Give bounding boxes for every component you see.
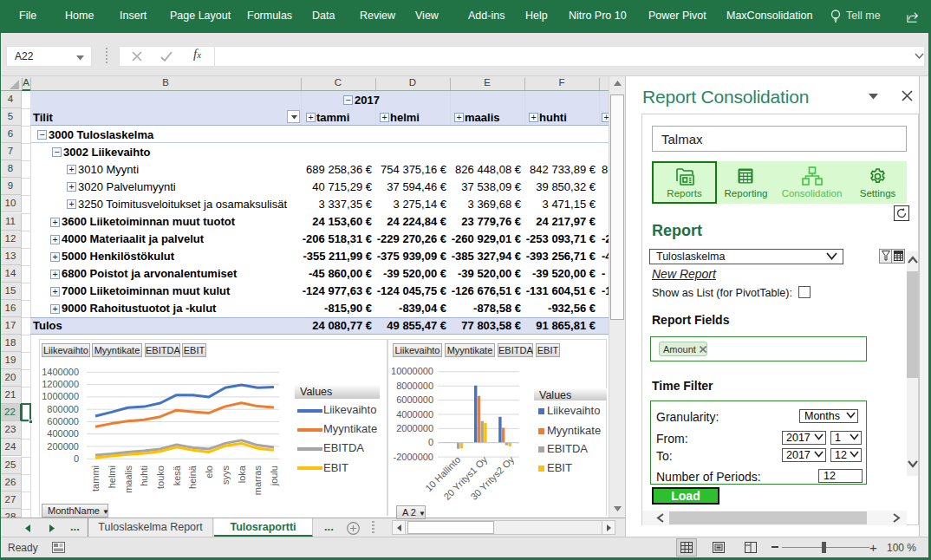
svg-text:helmi: helmi: [107, 466, 117, 488]
svg-text:maalis: maalis: [123, 466, 133, 493]
svg-text:heinä: heinä: [187, 465, 198, 489]
svg-text:touko: touko: [155, 466, 166, 489]
svg-text:elo: elo: [204, 466, 214, 479]
svg-text:tammi: tammi: [90, 466, 101, 492]
svg-text:marras: marras: [252, 466, 263, 496]
svg-text:syys: syys: [220, 466, 231, 485]
svg-text:kesä: kesä: [172, 465, 182, 485]
svg-text:joulu: joulu: [269, 466, 279, 486]
svg-text:huhti: huhti: [139, 466, 149, 486]
svg-text:loka: loka: [237, 465, 247, 483]
